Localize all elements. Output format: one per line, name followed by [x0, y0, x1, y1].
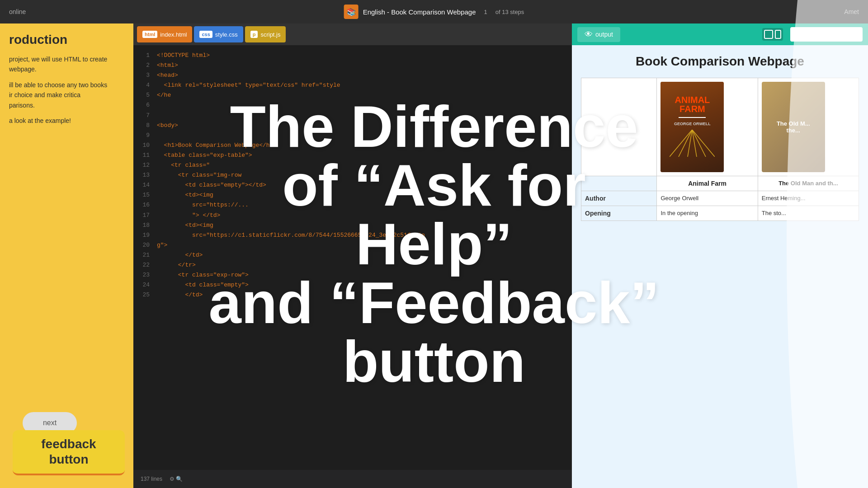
opening-label: Opening [581, 206, 657, 221]
tab-css[interactable]: css style.css [194, 26, 243, 42]
code-line: 24 <td class="empty"> [141, 280, 565, 290]
feedback-button[interactable]: feedback button [13, 430, 125, 475]
book2-opening: The sto... [758, 206, 859, 221]
tab-js[interactable]: p script.js [245, 26, 286, 42]
code-line: 8<body> [141, 121, 565, 131]
mobile-view-icon[interactable] [775, 30, 781, 39]
editor-icons: ⚙ 🔍 [170, 476, 183, 482]
left-panel: roduction project, we will use HTML to c… [0, 23, 133, 488]
book1-author: George Orwell [657, 191, 758, 206]
output-content: Book Comparison Webpage ANIMALFARM GEORG… [572, 45, 868, 488]
book2-title: The Old Man and th... [758, 176, 859, 191]
js-badge: p [250, 31, 258, 38]
table-row-author: Author George Orwell Ernest Heming... [581, 191, 859, 206]
feedback-button-label: feedback button [41, 436, 96, 467]
code-line: 12 <tr class=" [141, 160, 565, 170]
online-status: online [9, 8, 26, 15]
step-total: of 13 steps [495, 9, 524, 15]
html-badge: html [142, 31, 157, 38]
output-panel: 👁 output Book Comparison Webpage ANIMALF… [572, 23, 868, 488]
code-line: 20g"> [141, 240, 565, 250]
css-badge: css [199, 31, 212, 38]
output-tab-label: output [595, 31, 613, 38]
line-count: 137 lines [141, 476, 162, 482]
desktop-view-icon[interactable] [764, 30, 773, 39]
output-tab[interactable]: 👁 output [577, 27, 620, 42]
intro-para-1: project, we will use HTML to create webp… [9, 54, 124, 75]
code-line: 5</he [141, 90, 565, 100]
lesson-icon: 📚 [344, 5, 359, 19]
code-line: 14 <td class="empty"></td> [141, 180, 565, 190]
code-line: 2<html> [141, 61, 565, 70]
output-url-bar[interactable] [790, 27, 863, 42]
book-cover-art [670, 130, 715, 157]
code-line: 1<!DOCTYPE html> [141, 51, 565, 61]
code-line: 4 <link rel="stylesheet" type="text/css"… [141, 80, 565, 90]
html-filename: index.html [160, 31, 187, 38]
code-line: 17 "> </td> [141, 211, 565, 221]
code-line: 19 src="https://c1.staticflickr.com/8/75… [141, 230, 565, 240]
code-line: 18 <td><img [141, 221, 565, 230]
lesson-info: 📚 English - Book Comparison Webpage 1 of… [344, 5, 524, 19]
book1-image-cell: ANIMALFARM GEORGE ORWELL [657, 78, 758, 176]
output-tab-bar: 👁 output [572, 23, 868, 45]
section-heading: roduction [9, 33, 124, 47]
css-filename: style.css [215, 31, 238, 38]
book2-image-cell: The Old M...the... [758, 78, 859, 176]
book1-cover: ANIMALFARM GEORGE ORWELL [660, 82, 724, 172]
code-line: 22 </tr> [141, 260, 565, 270]
top-bar: online 📚 English - Book Comparison Webpa… [0, 0, 868, 23]
intro-para-3: a look at the example! [9, 116, 124, 126]
intro-para-2: ill be able to choose any two books ir c… [9, 80, 124, 110]
code-editor[interactable]: 1<!DOCTYPE html> 2<html> 3<head> 4 <link… [133, 45, 572, 470]
code-line: 15 <td><img [141, 190, 565, 200]
code-line: 13 <tr class="img-row [141, 170, 565, 180]
empty-category [581, 176, 657, 191]
output-page-title: Book Comparison Webpage [581, 54, 859, 69]
code-line: 10 <h1>Book Comparison Webpage</h1> [141, 141, 565, 150]
code-line: 11 <table class="exp-table"> [141, 150, 565, 160]
code-line: 7 [141, 111, 565, 121]
table-row-images: ANIMALFARM GEORGE ORWELL [581, 78, 859, 176]
code-line: 6 [141, 100, 565, 110]
book1-opening: In the opening [657, 206, 758, 221]
eye-icon: 👁 [585, 30, 593, 39]
empty-cell [581, 78, 657, 176]
code-line: 25 </td> [141, 290, 565, 300]
book2-cover: The Old M...the... [762, 82, 825, 172]
js-filename: script.js [260, 31, 280, 38]
book2-author: Ernest Heming... [758, 191, 859, 206]
code-line: 21 </td> [141, 250, 565, 260]
book-comparison-table: ANIMALFARM GEORGE ORWELL [581, 78, 859, 221]
book1-title: Animal Farm [657, 176, 758, 191]
code-line: 16 src="https://... [141, 200, 565, 210]
code-line: 9 [141, 131, 565, 141]
lesson-title: English - Book Comparison Webpage [363, 8, 476, 16]
table-row-titles: Animal Farm The Old Man and th... [581, 176, 859, 191]
tab-html[interactable]: html index.html [137, 26, 192, 42]
table-row-opening: Opening In the opening The sto... [581, 206, 859, 221]
code-line: 23 <tr class="exp-row"> [141, 270, 565, 280]
step-current: 1 [484, 9, 487, 15]
code-line: 3<head> [141, 70, 565, 80]
author-label: Author [581, 191, 657, 206]
editor-bottom-bar: 137 lines ⚙ 🔍 [133, 470, 572, 488]
user-name: Amet [844, 8, 859, 15]
editor-tabs: html index.html css style.css p script.j… [133, 23, 572, 45]
